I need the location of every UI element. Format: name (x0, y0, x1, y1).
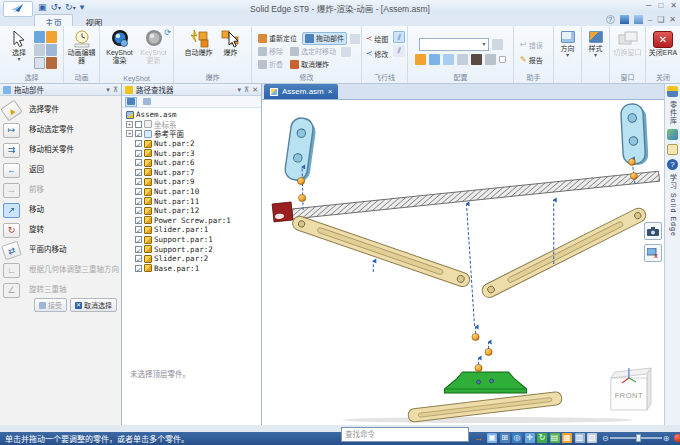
part-nut[interactable] (298, 194, 305, 201)
select-visible-icon[interactable] (34, 44, 45, 56)
error-assistant-button[interactable]: ↩错误 (518, 38, 545, 51)
tree-item-label[interactable]: Base.par:1 (154, 264, 199, 273)
configuration-combo[interactable]: ▾ (419, 38, 489, 51)
flow-line-draw-button[interactable]: ≺绘图 (364, 32, 391, 45)
pathfinder-close-icon[interactable]: ✕ (252, 86, 258, 94)
tree-row[interactable]: +✓参考平面 (126, 129, 261, 139)
flow-line-center[interactable] (467, 204, 475, 326)
expander-icon[interactable]: + (126, 130, 133, 137)
named-views-icon[interactable]: ▤ (550, 433, 560, 443)
application-button[interactable] (3, 1, 33, 17)
orientation-button[interactable]: 方向▾ (556, 29, 579, 81)
config-checkbox[interactable] (499, 56, 506, 63)
ribbon-minimize-icon[interactable] (634, 15, 643, 24)
zoom-out-icon[interactable]: ⊖ (602, 434, 609, 443)
deselect-button[interactable]: ✕取消选择 (70, 298, 117, 312)
config-add-icon[interactable] (443, 54, 454, 65)
record-icon[interactable] (674, 434, 680, 442)
select-small-icon[interactable] (46, 44, 57, 56)
select-move-icon[interactable] (46, 57, 57, 69)
part-nut[interactable] (485, 348, 492, 355)
tree-row[interactable]: ✓Support.par:2 (126, 244, 261, 254)
visibility-checkbox[interactable]: ✓ (135, 188, 142, 195)
screen-fit-icon[interactable]: ▣ (487, 433, 497, 443)
command-item-move-selected[interactable]: ↦移动选定零件 (0, 120, 121, 140)
zoom-slider[interactable]: ⊖ ⊕ (602, 434, 669, 443)
part-slider-right[interactable] (620, 103, 648, 165)
close-era-button[interactable]: ✕ 关闭ERA (648, 29, 678, 73)
visibility-checkbox[interactable]: ✓ (135, 159, 142, 166)
modify-extra2-icon[interactable] (341, 47, 351, 57)
zoom-area-icon[interactable]: ⊞ (500, 433, 510, 443)
part-base[interactable] (444, 372, 526, 393)
collapse-button[interactable]: 折叠 (256, 58, 285, 71)
select-button[interactable]: 选择▾ (6, 29, 32, 73)
visibility-checkbox[interactable]: ✓ (135, 207, 142, 214)
part-slider-left[interactable] (284, 117, 318, 183)
learn-help-icon[interactable]: ? (667, 159, 678, 170)
config-key-icon[interactable] (485, 54, 496, 65)
tree-row[interactable]: ✓Nut.par:3 (126, 148, 261, 158)
doc-minimize-button[interactable]: – (648, 15, 652, 24)
tree-item-label[interactable]: 参考平面 (154, 128, 184, 139)
tree-item-label[interactable]: Nut.par:3 (154, 149, 195, 158)
visibility-checkbox[interactable]: ✓ (135, 150, 142, 157)
minimize-button[interactable]: ─ (646, 1, 652, 10)
rotate-view-icon[interactable]: ↻ (537, 433, 547, 443)
tree-item-label[interactable]: Nut.par:7 (154, 168, 195, 177)
switch-windows-button[interactable]: 切换窗口 (612, 29, 643, 73)
view-styles-icon[interactable]: ▦ (562, 433, 572, 443)
visibility-checkbox[interactable]: ✓ (135, 217, 142, 224)
part-power-screw[interactable] (292, 171, 660, 219)
modify-extra1-icon[interactable] (350, 34, 360, 44)
tree-item-label[interactable]: Nut.par:10 (154, 187, 199, 196)
visibility-checkbox[interactable]: ✓ (135, 255, 142, 262)
maximize-button[interactable]: □ (658, 1, 663, 10)
visibility-checkbox[interactable]: ✓ (135, 265, 142, 272)
animation-editor-button[interactable]: 动画编辑器 (66, 29, 97, 73)
config-new-icon[interactable] (415, 54, 426, 65)
select-box-icon[interactable] (34, 57, 45, 69)
select-by-user-icon[interactable] (46, 31, 57, 43)
tree-row[interactable]: ✓Nut.par:2 (126, 139, 261, 149)
tree-row[interactable]: ✓Support.par:1 (126, 235, 261, 245)
tree-item-label[interactable]: Slider.par:2 (154, 254, 208, 263)
tree-item-label[interactable]: Nut.par:6 (154, 158, 195, 167)
view-cube[interactable]: FRONT (611, 368, 651, 410)
visibility-checkbox[interactable]: ✓ (135, 178, 142, 185)
visibility-checkbox[interactable]: ✓ (135, 130, 142, 137)
visibility-checkbox[interactable]: ✓ (135, 246, 142, 253)
library-tab-icon[interactable] (667, 86, 678, 97)
command-item-rotate[interactable]: ↻旋转 (0, 220, 121, 240)
tree-row[interactable]: Assem.asm (126, 110, 261, 120)
keyshot-sync-icon[interactable]: ⟳ (164, 28, 171, 37)
part-support-right[interactable] (480, 206, 648, 300)
window-tile-icon[interactable]: ▥ (575, 433, 585, 443)
command-item-move[interactable]: ↗移动 (0, 200, 121, 220)
pathfinder-view-tab[interactable] (125, 97, 137, 107)
pathfinder-menu-icon[interactable]: ▾ (237, 86, 241, 94)
learn-tab-label[interactable]: 学习 Solid Edge (668, 174, 678, 237)
visibility-checkbox[interactable]: ✓ (135, 140, 142, 147)
library-tab-label[interactable]: 零件库 (668, 101, 678, 125)
graphics-viewport[interactable]: Assem.asm × (262, 84, 664, 425)
doc-restore-button[interactable]: ❏ (657, 15, 664, 24)
gallery-icon[interactable] (667, 129, 678, 140)
keyshot-render-button[interactable]: KeyShot 渲染 (104, 29, 136, 73)
command-item-select-parts[interactable]: ▲选择零件 (0, 100, 121, 120)
tree-row[interactable]: ✓Slider.par:1 (126, 225, 261, 235)
command-item-back-arrow[interactable]: ←返回 (0, 160, 121, 180)
select-tools-icon[interactable]: ▧ (587, 433, 597, 443)
part-support-left[interactable] (291, 214, 472, 288)
visibility-checkbox[interactable] (135, 121, 142, 128)
zoom-in-icon[interactable]: ⊕ (663, 434, 670, 443)
camera-view-button[interactable] (644, 222, 662, 240)
panel-menu-icon[interactable]: ▾ (106, 86, 110, 94)
tree-row[interactable]: ✓Nut.par:10 (126, 187, 261, 197)
config-manager-icon[interactable] (492, 39, 503, 50)
tree-row[interactable]: ✓Nut.par:7 (126, 168, 261, 178)
tree-row[interactable]: ✓Nut.par:12 (126, 206, 261, 216)
expander-icon[interactable]: + (126, 121, 133, 128)
reposition-button[interactable]: 重新定位 (256, 32, 299, 45)
doc-close-button[interactable]: ✕ (669, 15, 676, 24)
